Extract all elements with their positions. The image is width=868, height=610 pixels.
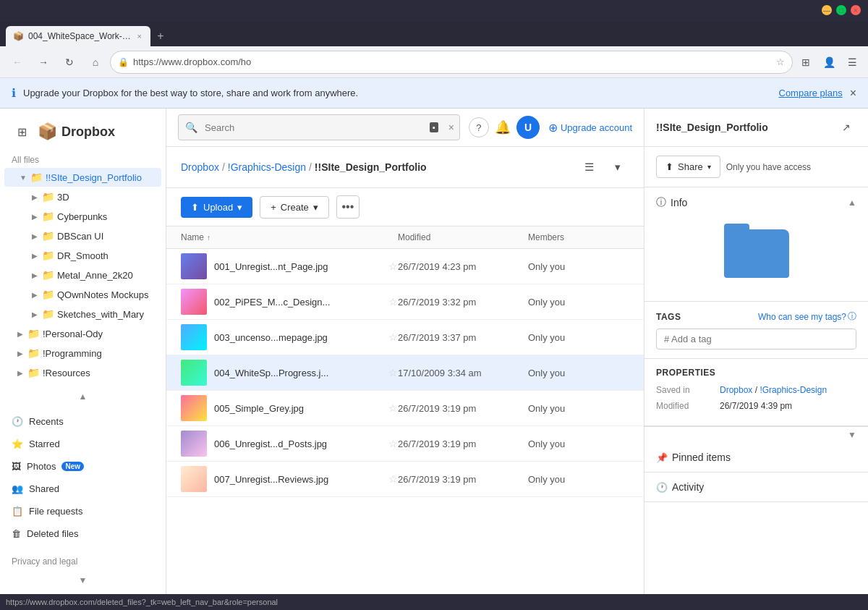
new-tab-button[interactable]: + [150,26,171,46]
breadcrumb-dropbox[interactable]: Dropbox [181,161,219,173]
forward-button[interactable]: → [32,51,55,74]
privacy-legal-link[interactable]: Privacy and legal [0,551,166,572]
info-banner-close[interactable]: × [850,87,856,100]
activity-section: 🕐 Activity [644,473,868,502]
panel-scroll-down-btn[interactable]: ▼ [848,430,856,440]
create-button[interactable]: + Create ▾ [260,196,329,219]
file-star-7[interactable]: ☆ [388,473,398,485]
search-clear-button[interactable]: × [448,122,454,133]
toolbar-right: ☰ ▾ [577,156,629,179]
tags-label: Tags [656,312,681,322]
user-avatar[interactable]: U [516,116,540,139]
table-row[interactable]: 003_uncenso...mepage.jpg ☆ 26/7/2019 3:3… [166,320,644,355]
panel-scroll-up[interactable]: ▲ [848,198,856,208]
table-row[interactable]: 007_Unregist...Reviews.jpg ☆ 26/7/2019 3… [166,462,644,497]
notifications-button[interactable]: 🔔 [495,119,511,135]
create-plus-icon: + [271,202,276,213]
properties-title: Properties [656,368,856,378]
sidebar-item-programming[interactable]: ▶ 📁 !Programming [4,344,161,363]
sidebar-item-qownnotes[interactable]: ▶ 📁 QOwnNotes Mockups [4,285,161,304]
column-modified[interactable]: Modified [398,232,528,242]
bookmark-star[interactable]: ☆ [776,56,785,67]
url-bar[interactable]: 🔒 https://www.dropbox.com/ho ☆ [110,51,793,74]
sidebar-item-3d[interactable]: ▶ 📁 3D [4,187,161,206]
app-grid-button[interactable]: ⊞ [12,122,32,142]
modified-value: 26/7/2019 4:39 pm [720,401,856,411]
compare-plans-link[interactable]: Compare plans [779,88,843,98]
file-star-2[interactable]: ☆ [388,296,398,308]
active-tab[interactable]: 📦 004_WhiteSpace_Work-In-Prog... × [6,26,150,46]
reload-button[interactable]: ↻ [58,51,81,74]
dropbox-icon: 📦 [38,122,57,141]
dropbox-logo-text: Dropbox [61,124,115,140]
sidebar-scroll-up[interactable]: ▲ [0,389,166,404]
tab-close-button[interactable]: × [136,30,143,42]
table-row[interactable]: 004_WhiteSp...Progress.j... ☆ 17/10/2009… [166,355,644,391]
file-star-5[interactable]: ☆ [388,402,398,414]
file-star-4[interactable]: ☆ [388,367,398,378]
saved-in-dropbox-link[interactable]: Dropbox [720,385,752,395]
search-input[interactable] [178,114,460,140]
sidebar-scroll-down[interactable]: ▼ [0,572,166,588]
list-view-button[interactable]: ☰ [577,156,600,179]
back-button[interactable]: ← [6,51,29,74]
profile-button[interactable]: 👤 [819,52,839,72]
sidebar-item-site-design-portfolio[interactable]: ▼ 📁 !!SIte_Design_Portfolio [4,168,161,187]
sidebar-item-dr-smooth[interactable]: ▶ 📁 DR_Smooth [4,246,161,265]
table-row[interactable]: 006_Unregist...d_Posts.jpg ☆ 26/7/2019 3… [166,426,644,462]
deleted-files-label: Deleted files [27,528,79,539]
file-cell-2: 002_PiPES_M...c_Design... ☆ [181,289,398,315]
info-section-title: Info [671,197,687,208]
sidebar-item-shared[interactable]: 👥 Shared [0,478,166,500]
sidebar-item-deleted-files[interactable]: 🗑 Deleted files [0,522,166,545]
maximize-button[interactable]: □ [836,5,846,15]
more-actions-button[interactable]: ••• [336,195,359,219]
main-area: 🔍 ▪ × ? 🔔 U ⊕ Upgrade account [166,109,868,594]
file-table: Name ↑ Modified Members [166,226,644,594]
upload-button[interactable]: ⬆ Upload ▾ [181,197,252,218]
sidebar-item-resources[interactable]: ▶ 📁 !Resources [4,363,161,382]
sidebar-item-photos[interactable]: 🖼 Photos New [0,455,166,478]
table-row[interactable]: 001_Unregist...nt_Page.jpg ☆ 26/7/2019 4… [166,249,644,284]
saved-in-folder-link[interactable]: !Graphics-Design [760,385,827,395]
home-button[interactable]: ⌂ [84,51,107,74]
minimize-button[interactable]: — [822,5,832,15]
sidebar-item-web-design[interactable]: ▶ 📁 !Web_Design [4,383,161,389]
sidebar-item-personal-ody[interactable]: ▶ 📁 !Personal-Ody [4,324,161,343]
breadcrumb-graphics-design[interactable]: !Graphics-Design [228,161,306,173]
sort-button[interactable]: ▾ [606,156,629,179]
tag-input[interactable] [656,329,856,350]
pinned-items-header[interactable]: 📌 Pinned items [656,452,856,463]
file-date-5: 26/7/2019 3:19 pm [398,403,528,414]
file-star-6[interactable]: ☆ [388,438,398,449]
tree-toggle-programming: ▶ [13,346,27,360]
column-name[interactable]: Name ↑ [181,232,398,242]
file-star-3[interactable]: ☆ [388,331,398,343]
share-button[interactable]: ⬆ Share ▾ [656,156,720,178]
section-expand-info: ▲ [692,198,856,208]
sidebar-item-file-requests[interactable]: 📋 File requests [0,500,166,522]
pinned-items-section: 📌 Pinned items [644,443,868,473]
info-section-header[interactable]: ⓘ Info ▲ [656,196,856,209]
help-icon-button[interactable]: ? [469,117,489,137]
panel-export-button[interactable]: ↗ [836,117,856,137]
upgrade-account-link[interactable]: Upgrade account [561,122,632,133]
sidebar-item-recents[interactable]: 🕐 Recents [0,410,166,433]
search-filter-button[interactable]: ▪ [430,122,438,132]
file-star-1[interactable]: ☆ [388,260,398,272]
sidebar-item-starred[interactable]: ⭐ Starred [0,433,166,455]
table-row[interactable]: 002_PiPES_M...c_Design... ☆ 26/7/2019 3:… [166,284,644,320]
table-row[interactable]: 005_Simple_Grey.jpg ☆ 26/7/2019 3:19 pm … [166,391,644,426]
activity-header[interactable]: 🕐 Activity [656,481,856,493]
sidebar-item-sketches[interactable]: ▶ 📁 Sketches_with_Mary [4,305,161,323]
column-members[interactable]: Members [528,232,629,242]
tags-help-link[interactable]: Who can see my tags? ⓘ [758,310,856,323]
extensions-button[interactable]: ⊞ [796,52,816,72]
folder-icon-site-design: 📁 [30,171,43,183]
sidebar-item-metal-anne[interactable]: ▶ 📁 Metal_Anne_2k20 [4,266,161,284]
close-button[interactable]: × [851,5,861,15]
sort-arrow-name: ↑ [207,234,210,242]
menu-button[interactable]: ☰ [842,52,862,72]
sidebar-item-cyberpunks[interactable]: ▶ 📁 Cyberpunks [4,207,161,226]
sidebar-item-dbscan[interactable]: ▶ 📁 DBScan UI [4,226,161,245]
